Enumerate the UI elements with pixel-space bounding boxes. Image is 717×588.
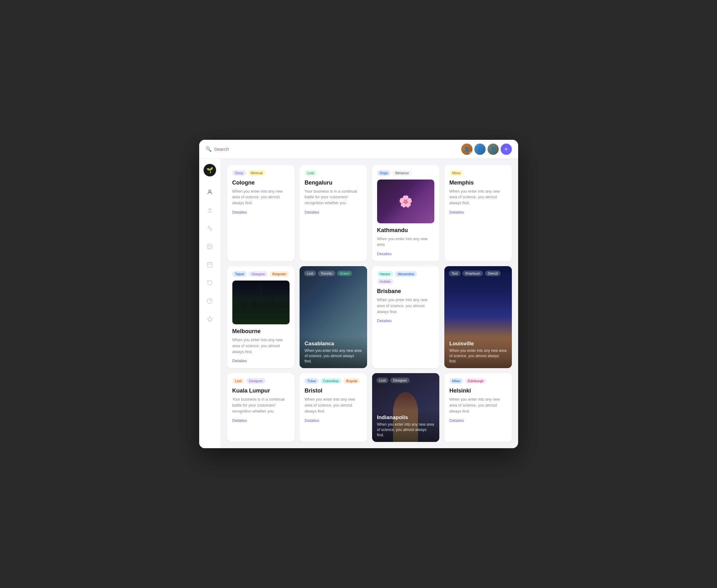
- brisbane-link[interactable]: Detalies: [377, 318, 435, 323]
- svg-rect-4: [208, 262, 212, 267]
- indianapolis-overlay-tags: Lost Designer: [377, 378, 410, 383]
- kuala-title: Kuala Lumpur: [232, 387, 290, 394]
- card-kathmandu: Dogs Behance 🌸 Kathmandu When you enter …: [372, 165, 440, 261]
- svg-point-0: [209, 190, 211, 192]
- card-kuala-lumpur: Lost Designer Kuala Lumpur Your business…: [227, 373, 295, 442]
- tag-belgrade: Belgrade: [270, 271, 289, 277]
- kathmandu-title: Kathmandu: [377, 227, 435, 234]
- app-window: 🔍 👤 👤 👤 + 🌱: [199, 140, 518, 448]
- nav-icon-activity[interactable]: [204, 223, 215, 234]
- bristol-link[interactable]: Detalies: [304, 418, 362, 423]
- tag-harare: Harare: [377, 271, 393, 277]
- bengaluru-title: Bengaluru: [304, 180, 362, 186]
- card-bengaluru: Lost Bengaluru Your business is in a con…: [299, 165, 367, 261]
- logo-button[interactable]: 🌱: [204, 164, 216, 176]
- louisville-overlay: Louisville When you enter into any new a…: [444, 336, 512, 368]
- nav-icon-refresh[interactable]: [204, 277, 215, 288]
- tag-milan: Milan: [449, 378, 463, 384]
- casablanca-overlay-tags: Lost Toronto Green: [304, 271, 352, 276]
- sidebar: 🌱: [199, 159, 221, 448]
- tag-glasgow: Glasgow: [249, 271, 268, 277]
- add-member-button[interactable]: +: [501, 144, 512, 155]
- cologne-title: Cologne: [232, 180, 290, 186]
- search-input[interactable]: [214, 146, 277, 152]
- indianapolis-title: Indianapolis: [377, 415, 435, 421]
- tag-khartoum: Khartoum: [462, 271, 483, 276]
- search-icon: 🔍: [206, 146, 212, 152]
- avatar-2[interactable]: 👤: [475, 144, 486, 155]
- tag-deep: Deep: [232, 170, 246, 176]
- nav-icon-calendar[interactable]: [204, 259, 215, 270]
- tag-lost-dark: Lost: [304, 271, 316, 276]
- melbourne-link[interactable]: Detalies: [232, 358, 290, 363]
- card-louisville: Text Khartoum Detroit Louisville When yo…: [444, 266, 512, 368]
- avatar-group: 👤 👤 👤 +: [461, 144, 512, 155]
- tag-detroit: Detroit: [485, 271, 501, 276]
- helsinki-tags: Milan Edinburgh: [449, 378, 507, 384]
- card-memphis: Mens Memphis When you enter into any new…: [444, 165, 512, 261]
- tag-behance: Behance: [393, 170, 412, 176]
- nav-icon-upload[interactable]: [204, 205, 215, 216]
- helsinki-desc: When you enter into any new area of scie…: [449, 397, 507, 414]
- bengaluru-desc: Your business is in a continual battle f…: [304, 189, 362, 206]
- casablanca-title: Casablanca: [304, 341, 362, 347]
- cologne-link[interactable]: Detalies: [232, 210, 290, 214]
- kathmandu-link[interactable]: Detalies: [377, 251, 435, 256]
- tag-designer-india: Designer: [390, 378, 409, 383]
- indianapolis-desc: When you enter into any new area of scie…: [377, 422, 435, 438]
- melbourne-desc: When you enter into any new area of scie…: [232, 337, 290, 355]
- helsinki-link[interactable]: Detalies: [449, 418, 507, 423]
- kuala-link[interactable]: Detalies: [232, 418, 290, 423]
- top-bar: 🔍 👤 👤 👤 +: [199, 140, 518, 159]
- nav-icons: [204, 186, 215, 443]
- kathmandu-desc: When you enter into any new area: [377, 236, 435, 248]
- kuala-desc: Your business is in a continual battle f…: [232, 397, 290, 414]
- brisbane-tags: Harare Alexandria Hubble: [377, 271, 435, 284]
- nav-icon-pie[interactable]: [204, 295, 215, 307]
- casablanca-overlay: Casablanca When you enter into any new a…: [299, 336, 367, 368]
- card-brisbane: Harare Alexandria Hubble Brisbane When y…: [372, 266, 440, 368]
- avatar-1[interactable]: 👤: [461, 144, 472, 155]
- svg-point-3: [209, 245, 210, 246]
- tag-tulsa: Tulsa: [304, 378, 319, 384]
- melbourne-title: Melbourne: [232, 328, 290, 335]
- search-box: 🔍: [206, 146, 456, 152]
- tag-taipei: Taipei: [232, 271, 247, 277]
- kathmandu-tags: Dogs Behance: [377, 170, 435, 176]
- card-bristol: Tulsa Columbus Bogotá Bristol When you e…: [299, 373, 367, 442]
- brisbane-desc: When you enter into any new area of scie…: [377, 297, 435, 315]
- indianapolis-overlay: Indianapolis When you enter into any new…: [372, 410, 440, 442]
- avatar-3[interactable]: 👤: [487, 144, 499, 155]
- tag-alexandria: Alexandria: [395, 271, 417, 277]
- card-indianapolis: Lost Designer Indianapolis When you ente…: [372, 373, 440, 442]
- card-casablanca: Lost Toronto Green Casablanca When you e…: [299, 266, 367, 368]
- tag-text: Text: [449, 271, 461, 276]
- cologne-desc: When you enter into any new area of scie…: [232, 189, 290, 206]
- svg-marker-8: [207, 316, 213, 321]
- bristol-desc: When you enter into any new area of scie…: [304, 397, 362, 414]
- tag-hubble: Hubble: [377, 279, 394, 284]
- louisville-desc: When you enter into any new area of scie…: [449, 348, 507, 364]
- memphis-title: Memphis: [449, 180, 507, 186]
- card-helsinki: Milan Edinburgh Helsinki When you enter …: [444, 373, 512, 442]
- memphis-link[interactable]: Detalies: [449, 210, 507, 214]
- kuala-tags: Lost Designer: [232, 378, 290, 384]
- cards-grid: Deep Minimal Cologne When you enter into…: [227, 165, 512, 442]
- cologne-tags: Deep Minimal: [232, 170, 290, 176]
- tag-lost-india: Lost: [377, 378, 389, 383]
- online-indicator: [469, 152, 472, 154]
- casablanca-desc: When you enter into any new area of scie…: [304, 348, 362, 364]
- tag-designer: Designer: [246, 378, 266, 384]
- tag-green-dark: Green: [337, 271, 352, 276]
- memphis-tags: Mens: [449, 170, 507, 176]
- bristol-tags: Tulsa Columbus Bogotá: [304, 378, 362, 384]
- kathmandu-image: 🌸: [377, 180, 435, 223]
- nav-icon-user[interactable]: [204, 186, 215, 198]
- card-cologne: Deep Minimal Cologne When you enter into…: [227, 165, 295, 261]
- bengaluru-link[interactable]: Detalies: [304, 210, 362, 214]
- nav-icon-star[interactable]: [204, 313, 215, 324]
- tag-columbus: Columbus: [320, 378, 342, 384]
- tag-edinburgh: Edinburgh: [465, 378, 486, 384]
- nav-icon-image[interactable]: [204, 241, 215, 252]
- louisville-title: Louisville: [449, 341, 507, 347]
